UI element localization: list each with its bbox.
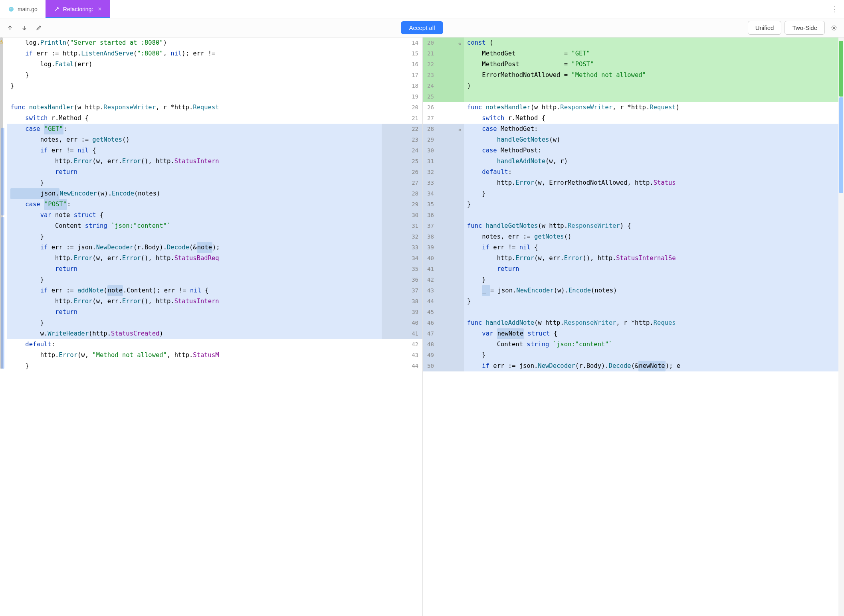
code-line[interactable]: const ( xyxy=(464,38,838,48)
gutter-line: 32 xyxy=(423,167,464,178)
next-diff-button[interactable] xyxy=(18,22,30,34)
code-line[interactable]: notes, err := getNotes() xyxy=(7,134,382,145)
code-line[interactable]: if err != nil { xyxy=(7,145,382,156)
code-line[interactable] xyxy=(464,307,838,318)
code-line[interactable]: default: xyxy=(464,167,838,178)
code-line[interactable]: http.Error(w, err.Error(), http.StatusIn… xyxy=(7,296,382,307)
view-unified-button[interactable]: Unified xyxy=(748,21,782,35)
code-line[interactable]: http.Error(w, err.Error(), http.StatusBa… xyxy=(7,253,382,264)
refactor-icon xyxy=(53,6,60,12)
code-line[interactable]: } xyxy=(7,81,382,91)
code-line[interactable]: notes, err := getNotes() xyxy=(464,231,838,242)
gutter-line: 23 xyxy=(423,70,464,81)
code-line[interactable]: if err := http.ListenAndServe(":8080", n… xyxy=(7,48,382,59)
tab-refactoring[interactable]: Refactoring: × xyxy=(46,0,110,18)
code-line[interactable]: if err := json.NewDecoder(r.Body).Decode… xyxy=(464,361,838,371)
code-line[interactable]: } xyxy=(7,178,382,188)
code-line[interactable]: default: xyxy=(7,339,382,350)
right-code-pane[interactable]: const ( MethodGet = "GET" MethodPost = "… xyxy=(464,38,838,616)
code-line[interactable]: http.Error(w, err.Error(), http.StatusIn… xyxy=(464,253,838,264)
code-line[interactable]: case "POST": xyxy=(7,199,382,210)
accept-all-button[interactable]: Accept all xyxy=(401,21,443,34)
code-line[interactable]: return xyxy=(7,307,382,318)
prev-diff-button[interactable] xyxy=(4,22,16,34)
edit-icon[interactable] xyxy=(33,22,45,34)
code-line[interactable]: } xyxy=(464,350,838,361)
code-line[interactable]: handleGetNotes(w) xyxy=(464,134,838,145)
code-line[interactable] xyxy=(464,210,838,221)
code-line[interactable]: _ = json.NewEncoder(w).Encode(notes) xyxy=(464,285,838,296)
svg-point-4 xyxy=(12,8,12,9)
left-code-pane[interactable]: log.Println("Server started at :8080") i… xyxy=(7,38,382,616)
code-line[interactable]: func notesHandler(w http.ResponseWriter,… xyxy=(7,102,382,113)
code-line[interactable]: Content string `json:"content"` xyxy=(7,221,382,231)
code-line[interactable]: if err := json.NewDecoder(r.Body).Decode… xyxy=(7,242,382,253)
left-gutter: 1415161718192021222324252627282930313233… xyxy=(382,38,422,616)
code-line[interactable]: Content string `json:"content"` xyxy=(464,339,838,350)
code-line[interactable]: return xyxy=(464,264,838,274)
gutter-line: 36 xyxy=(423,210,464,221)
code-line[interactable]: json.NewEncoder(w).Encode(notes) xyxy=(7,188,382,199)
code-line[interactable]: http.Error(w, err.Error(), http.StatusIn… xyxy=(7,156,382,167)
gutter-line: 27 xyxy=(423,113,464,124)
view-twoside-button[interactable]: Two-Side xyxy=(785,21,825,35)
code-line[interactable]: MethodGet = "GET" xyxy=(464,48,838,59)
code-line[interactable]: if err != nil { xyxy=(464,242,838,253)
code-line[interactable]: } xyxy=(7,70,382,81)
code-line[interactable]: case MethodGet: xyxy=(464,124,838,134)
code-line[interactable]: ) xyxy=(464,81,838,91)
gear-icon[interactable] xyxy=(828,22,840,34)
code-line[interactable]: } xyxy=(464,274,838,285)
code-line[interactable]: func handleGetNotes(w http.ResponseWrite… xyxy=(464,221,838,231)
code-line[interactable]: w.WriteHeader(http.StatusCreated) xyxy=(7,328,382,339)
code-line[interactable] xyxy=(7,91,382,102)
gutter-line: 34 xyxy=(423,188,464,199)
code-line[interactable]: return xyxy=(7,264,382,274)
chevron-left-icon[interactable]: « xyxy=(458,38,462,49)
code-line[interactable]: ErrorMethodNotAllowed = "Method not allo… xyxy=(464,70,838,81)
code-line[interactable]: return xyxy=(7,167,382,178)
tab-main-go[interactable]: main.go xyxy=(0,0,46,18)
code-line[interactable]: http.Error(w, ErrorMethodNotAllowed, htt… xyxy=(464,178,838,188)
gutter-line: 43 xyxy=(423,285,464,296)
tab-bar: main.go Refactoring: × ⋮ xyxy=(0,0,844,18)
code-line[interactable]: MethodPost = "POST" xyxy=(464,59,838,70)
gutter-line: 16 xyxy=(382,59,422,70)
right-change-markers[interactable] xyxy=(838,38,844,616)
gutter-line: 33 xyxy=(382,242,422,253)
gutter-line: 41 xyxy=(382,328,422,339)
code-line[interactable]: func handleAddNote(w http.ResponseWriter… xyxy=(464,318,838,328)
code-line[interactable]: var note struct { xyxy=(7,210,382,221)
gutter-line: 22 xyxy=(382,124,422,134)
code-line[interactable]: } xyxy=(464,296,838,307)
close-icon[interactable]: × xyxy=(98,6,101,13)
code-line[interactable]: handleAddNote(w, r) xyxy=(464,156,838,167)
code-line[interactable]: } xyxy=(7,274,382,285)
code-line[interactable]: var newNote struct { xyxy=(464,328,838,339)
tab-overflow-menu[interactable]: ⋮ xyxy=(829,0,841,18)
code-line[interactable]: log.Println("Server started at :8080") xyxy=(7,38,382,48)
code-line[interactable]: func notesHandler(w http.ResponseWriter,… xyxy=(464,102,838,113)
gutter-line: 32 xyxy=(382,231,422,242)
code-line[interactable]: } xyxy=(7,361,382,371)
code-line[interactable]: switch r.Method { xyxy=(464,113,838,124)
gutter-line: 39 xyxy=(423,242,464,253)
code-line[interactable]: } xyxy=(464,188,838,199)
code-line[interactable]: log.Fatal(err) xyxy=(7,59,382,70)
gutter-line: 21 xyxy=(382,113,422,124)
code-line[interactable]: } xyxy=(7,318,382,328)
left-change-markers xyxy=(0,38,7,616)
code-line[interactable]: case MethodPost: xyxy=(464,145,838,156)
code-line[interactable] xyxy=(464,91,838,102)
code-line[interactable]: switch r.Method { xyxy=(7,113,382,124)
gutter-line: 44 xyxy=(423,296,464,307)
code-line[interactable]: if err := addNote(note.Content); err != … xyxy=(7,285,382,296)
code-line[interactable]: } xyxy=(7,231,382,242)
chevron-left-icon[interactable]: « xyxy=(458,124,462,135)
code-line[interactable]: case "GET": xyxy=(7,124,382,134)
code-line[interactable]: http.Error(w, "Method not allowed", http… xyxy=(7,350,382,361)
gutter-line: 50 xyxy=(423,361,464,371)
gutter-line: 25 xyxy=(382,156,422,167)
tab-label: main.go xyxy=(18,6,38,12)
code-line[interactable]: } xyxy=(464,199,838,210)
